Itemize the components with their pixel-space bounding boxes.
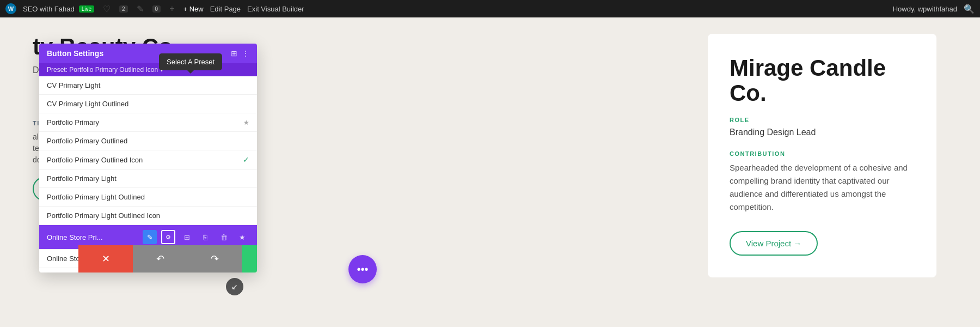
preset-item[interactable]: Portfolio Primary ★ (39, 113, 257, 132)
delete-icon[interactable]: 🗑 (217, 230, 231, 244)
preset-item[interactable]: CV Primary Light (39, 76, 257, 95)
drafts-count: 0 (152, 5, 161, 13)
panel-header-icons: ⊞ ⋮ (231, 49, 249, 58)
company-name: Mirage Candle Co. (730, 56, 915, 106)
comments-count: 2 (119, 5, 128, 13)
new-button[interactable]: + New (183, 5, 203, 13)
role-value: Branding Design Lead (730, 128, 915, 137)
duplicate-icon[interactable]: ⊞ (180, 230, 194, 244)
preset-item[interactable]: Portfolio Primary Light Outlined (39, 188, 257, 207)
preset-item[interactable]: Portfolio Primary Light Outlined Icon (39, 207, 257, 225)
admin-bar-right: Howdy, wpwithfahad 🔍 (893, 4, 975, 14)
preset-item[interactable]: CV Primary Light Outlined (39, 95, 257, 113)
copy-icon[interactable]: ⎘ (198, 230, 212, 244)
wp-icon: W (5, 3, 16, 14)
panel-grid-icon[interactable]: ⊞ (231, 49, 237, 58)
right-card: Mirage Candle Co. ROLE Branding Design L… (708, 34, 936, 277)
live-badge: Live (79, 5, 94, 13)
panel-more-icon[interactable]: ⋮ (242, 49, 249, 58)
main-content: ty Beauty Co. Designer TION alized and c… (0, 17, 980, 327)
confirm-button[interactable]: ✓ (242, 245, 257, 272)
preset-item[interactable]: Portfolio Primary Outlined Icon ✓ (39, 150, 257, 169)
redo-button[interactable]: ↷ (187, 245, 242, 272)
admin-bar: W SEO with Fahad Live ♡ 2 ✎ 0 + + New Ed… (0, 0, 980, 17)
settings-panel: Button Settings ⊞ ⋮ Preset: Portfolio Pr… (39, 44, 257, 272)
view-project-button[interactable]: View Project → (730, 231, 818, 256)
preset-item[interactable]: Portfolio Primary Light (39, 169, 257, 188)
active-actions: ✎ ⚙ ⊞ ⎘ 🗑 ★ (143, 230, 249, 244)
cancel-button[interactable]: ✕ (78, 245, 133, 272)
edit-icon[interactable]: ✎ (143, 230, 157, 244)
panel-header: Button Settings ⊞ ⋮ (39, 44, 257, 63)
star-icon: ★ (243, 119, 249, 126)
panel-title: Button Settings (47, 49, 103, 58)
bottom-toolbar: ✕ ↶ ↷ ✓ (78, 245, 257, 272)
contribution-label: CONTRIBUTION (730, 150, 915, 157)
site-name: SEO with Fahad Live (23, 5, 94, 13)
preset-item[interactable]: Portfolio Primary Outlined (39, 132, 257, 150)
undo-button[interactable]: ↶ (133, 245, 187, 272)
panel-preset-bar[interactable]: Preset: Portfolio Primary Outlined Icon … (39, 63, 257, 76)
check-icon: ✓ (243, 155, 249, 164)
tooltip: Select A Preset (159, 53, 222, 70)
settings-icon[interactable]: ⚙ (161, 230, 175, 244)
preset-list: CV Primary Light CV Primary Light Outlin… (39, 76, 257, 272)
search-icon[interactable]: 🔍 (964, 4, 975, 14)
exit-builder-button[interactable]: Exit Visual Builder (247, 5, 304, 13)
star-active-icon[interactable]: ★ (235, 230, 249, 244)
floating-action-button[interactable]: ••• (348, 255, 377, 283)
arrow-icon[interactable]: ↙ (226, 278, 243, 295)
edit-page-button[interactable]: Edit Page (210, 5, 241, 13)
contribution-text: Spearheaded the development of a cohesiv… (730, 161, 915, 214)
role-label: ROLE (730, 117, 915, 123)
